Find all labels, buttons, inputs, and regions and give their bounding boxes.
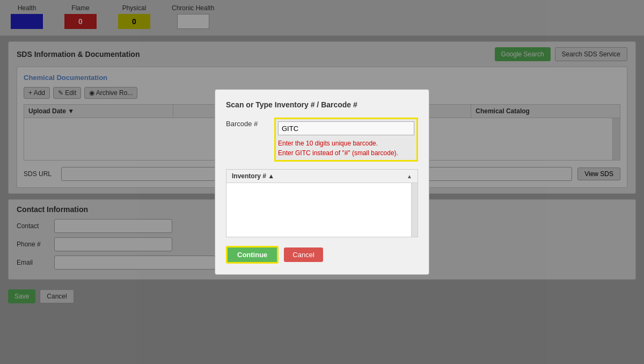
modal-barcode-row: Barcode # Enter the 10 digits unique bar…	[226, 118, 418, 162]
hint-line2: Enter GITC instead of "#" (small barcode…	[278, 149, 398, 157]
modal-table-area: Inventory # ▲ ▲	[226, 169, 418, 237]
modal-table-body	[226, 183, 418, 237]
hint-line1: Enter the 10 digits unique barcode.	[278, 140, 378, 147]
modal-scrollbar[interactable]	[411, 183, 418, 237]
modal-footer: Continue Cancel	[226, 246, 418, 264]
modal-table-header: Inventory # ▲ ▲	[226, 170, 418, 183]
continue-button[interactable]: Continue	[226, 246, 279, 264]
modal-cancel-button[interactable]: Cancel	[284, 247, 323, 262]
sort-icon: ▲	[407, 173, 412, 179]
barcode-input[interactable]	[278, 121, 414, 135]
modal-overlay: Scan or Type Inventory # / Barcode # Bar…	[0, 0, 644, 364]
barcode-label: Barcode #	[226, 118, 269, 128]
barcode-input-area: Enter the 10 digits unique barcode. Ente…	[274, 118, 418, 162]
modal-title: Scan or Type Inventory # / Barcode #	[226, 100, 418, 109]
modal-hint: Enter the 10 digits unique barcode. Ente…	[278, 139, 414, 158]
barcode-modal: Scan or Type Inventory # / Barcode # Bar…	[215, 89, 429, 275]
inventory-col-label: Inventory # ▲	[232, 172, 274, 180]
